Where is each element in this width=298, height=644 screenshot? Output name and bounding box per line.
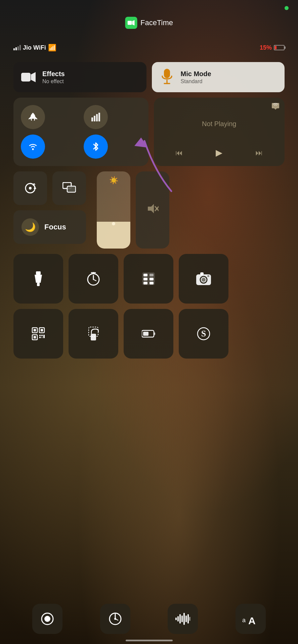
now-playing-card[interactable]: Not Playing ⏮ ▶ ⏭ — [154, 98, 285, 166]
signal-bar-4 — [19, 45, 21, 50]
brightness-icon: ☀️ — [109, 176, 118, 185]
svg-rect-70 — [179, 614, 181, 624]
svg-line-28 — [93, 279, 96, 281]
svg-rect-9 — [96, 114, 98, 121]
screen-lock-button[interactable] — [69, 309, 118, 359]
rewind-button[interactable]: ⏮ — [175, 149, 183, 157]
svg-rect-19 — [68, 186, 75, 192]
connectivity-card — [13, 98, 148, 166]
focus-card[interactable]: 🌙 Focus — [13, 210, 86, 244]
screen-record-button[interactable] — [32, 604, 62, 634]
not-playing-label: Not Playing — [159, 103, 280, 145]
play-button[interactable]: ▶ — [216, 148, 222, 158]
fast-forward-button[interactable]: ⏭ — [255, 149, 263, 157]
svg-rect-34 — [143, 278, 147, 280]
carrier-wifi: Jio WiFi 📶 — [13, 44, 56, 52]
screen-mirror-button[interactable] — [52, 171, 86, 205]
focus-label: Focus — [44, 223, 66, 231]
mid-row: Not Playing ⏮ ▶ ⏭ — [13, 98, 285, 166]
flashlight-button[interactable] — [13, 254, 63, 304]
effects-sublabel: No effect — [42, 78, 65, 85]
svg-rect-55 — [91, 334, 96, 340]
rotation-lock-button[interactable] — [13, 171, 47, 205]
media-controls: ⏮ ▶ ⏭ — [159, 145, 280, 161]
svg-marker-3 — [31, 72, 36, 82]
brightness-knob — [112, 222, 115, 225]
carrier-label: Jio WiFi — [23, 44, 46, 51]
svg-rect-50 — [41, 335, 43, 336]
signal-bar-1 — [13, 48, 15, 50]
svg-rect-75 — [189, 617, 190, 621]
clock-button[interactable] — [100, 604, 130, 634]
green-status-dot — [285, 6, 289, 10]
airplay-icon — [271, 102, 280, 112]
svg-rect-58 — [143, 332, 148, 336]
battery-percent: 15% — [260, 44, 272, 51]
battery-status-button[interactable] — [124, 309, 173, 359]
svg-rect-57 — [154, 332, 155, 335]
facetime-label: FaceTime — [140, 18, 173, 27]
svg-point-30 — [93, 272, 94, 273]
volume-mute-icon — [146, 203, 159, 217]
svg-rect-2 — [21, 73, 31, 82]
svg-rect-37 — [150, 282, 154, 284]
top-row: Effects No effect Mic Mode Standard — [13, 62, 285, 92]
svg-rect-32 — [143, 274, 147, 276]
svg-rect-72 — [183, 613, 185, 625]
svg-point-40 — [202, 278, 206, 282]
mic-mode-card[interactable]: Mic Mode Standard — [152, 62, 285, 92]
svg-marker-24 — [35, 275, 42, 283]
bluetooth-button[interactable] — [84, 135, 108, 159]
brightness-slider[interactable]: ☀️ — [97, 171, 130, 249]
svg-rect-48 — [34, 336, 36, 338]
svg-rect-7 — [91, 117, 93, 121]
mic-mode-text: Mic Mode Standard — [181, 70, 211, 85]
svg-marker-13 — [34, 186, 36, 189]
airplane-mode-button[interactable] — [21, 105, 45, 129]
effects-card[interactable]: Effects No effect — [13, 62, 146, 92]
svg-rect-10 — [98, 113, 100, 121]
mic-icon — [159, 69, 175, 86]
mic-mode-label: Mic Mode — [181, 70, 211, 78]
cellular-button[interactable] — [84, 105, 108, 129]
svg-point-11 — [32, 149, 34, 150]
svg-rect-51 — [39, 337, 41, 338]
svg-rect-25 — [37, 283, 40, 286]
svg-text:A: A — [248, 615, 256, 625]
mic-mode-sublabel: Standard — [181, 78, 211, 85]
facetime-icon — [125, 17, 137, 29]
util-row: 🌙 Focus ☀️ — [13, 171, 285, 249]
svg-rect-69 — [177, 616, 179, 622]
svg-text:a: a — [242, 617, 246, 624]
svg-rect-71 — [181, 615, 183, 622]
wifi-button[interactable] — [21, 135, 45, 159]
text-size-button[interactable]: a A — [236, 604, 266, 634]
control-center-grid: Effects No effect Mic Mode Standard — [13, 62, 285, 364]
home-indicator — [126, 640, 173, 641]
shazam-button[interactable]: S — [179, 309, 228, 359]
camera-button[interactable] — [179, 254, 228, 304]
soundwave-button[interactable] — [168, 604, 198, 634]
svg-rect-49 — [39, 335, 41, 336]
wifi-icon: 📶 — [48, 44, 56, 52]
status-bar: Jio WiFi 📶 15% — [13, 44, 285, 52]
battery-area: 15% — [260, 44, 285, 51]
brightness-fill — [97, 222, 130, 249]
quick-row-2: S — [13, 309, 285, 359]
qr-code-button[interactable] — [13, 309, 63, 359]
focus-moon-icon: 🌙 — [22, 218, 39, 236]
effects-text: Effects No effect — [42, 70, 65, 85]
svg-point-62 — [44, 616, 50, 622]
svg-rect-41 — [200, 272, 204, 275]
volume-slider[interactable] — [136, 171, 169, 249]
svg-rect-74 — [187, 614, 189, 624]
facetime-banner: FaceTime — [125, 17, 173, 29]
timer-button[interactable] — [69, 254, 118, 304]
svg-rect-46 — [41, 329, 43, 331]
svg-rect-36 — [143, 282, 147, 284]
battery-icon — [274, 45, 285, 50]
calculator-button[interactable] — [124, 254, 173, 304]
effects-video-icon — [20, 69, 37, 86]
svg-rect-53 — [43, 335, 45, 338]
svg-point-14 — [29, 187, 32, 190]
